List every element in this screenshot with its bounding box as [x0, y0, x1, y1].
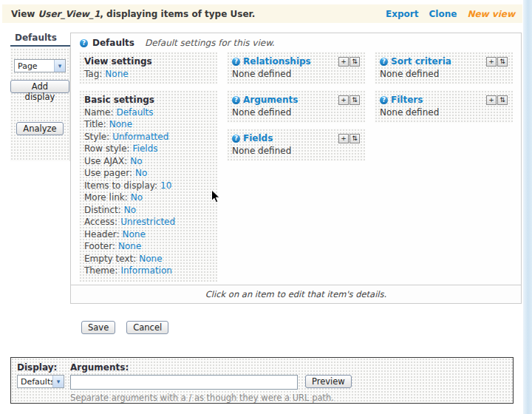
preview-arguments-group: Arguments: Preview Separate arguments wi…: [70, 362, 513, 403]
panel-heading: ? Defaults Default settings for this vie…: [71, 33, 521, 52]
arguments-title-link[interactable]: Arguments: [243, 94, 298, 106]
tab-defaults[interactable]: Defaults: [10, 33, 70, 47]
relationships-empty-text: None defined: [232, 68, 360, 81]
style-value-link[interactable]: Unformatted: [112, 132, 168, 142]
setting-label: Tag:: [84, 69, 102, 79]
relationships-title-link[interactable]: Relationships: [243, 55, 311, 68]
panel-description: Default settings for this view.: [145, 38, 275, 48]
empty-text-value-link[interactable]: None: [139, 254, 162, 264]
setting-row: Distinct:No: [84, 204, 212, 217]
setting-label: Row style:: [84, 143, 130, 154]
save-button[interactable]: Save: [81, 321, 115, 334]
view-name: User_View_1: [38, 9, 100, 19]
rearrange-fields-button[interactable]: ⇅: [349, 134, 360, 143]
clone-link[interactable]: Clone: [429, 9, 457, 19]
theme-value-link[interactable]: Information: [120, 265, 171, 276]
setting-row: Style:Unformatted: [84, 131, 212, 143]
fields-box: ? Fields + ⇅ None defined: [227, 129, 365, 161]
arguments-input[interactable]: [70, 375, 298, 390]
setting-label: Empty text:: [84, 254, 136, 264]
add-sort-button[interactable]: +: [486, 57, 497, 67]
live-preview-box: Display: Defaults ▾ Arguments: Preview S…: [10, 357, 514, 404]
access-value-link[interactable]: Unrestricted: [120, 217, 175, 227]
setting-label: Distinct:: [84, 205, 121, 215]
chevron-down-icon: ▾: [54, 60, 65, 72]
relationships-box: ? Relationships + ⇅ None defined: [227, 52, 365, 84]
arguments-box: ? Arguments + ⇅ None defined: [227, 90, 365, 123]
rearrange-sorts-button[interactable]: ⇅: [497, 57, 508, 67]
panel-footer-note: Click on an item to edit that item's det…: [71, 285, 521, 303]
add-relationship-button[interactable]: +: [338, 57, 349, 67]
preview-display-value: Defaults: [18, 377, 52, 387]
setting-label: Name:: [84, 107, 113, 118]
export-link[interactable]: Export: [386, 9, 418, 19]
preview-button[interactable]: Preview: [305, 375, 352, 388]
settings-columns: View settings Tag:None Basic settings Na…: [71, 52, 521, 288]
use-pager-value-link[interactable]: No: [135, 168, 147, 178]
more-link-value-link[interactable]: No: [131, 192, 143, 203]
help-icon[interactable]: ?: [380, 58, 388, 66]
column-3: ? Sort criteria + ⇅ None defined ? Filte…: [375, 52, 513, 129]
setting-label: Footer:: [84, 241, 115, 251]
setting-row: Header:None: [84, 228, 212, 241]
setting-row: Title:None: [84, 118, 212, 131]
help-icon[interactable]: ?: [380, 96, 388, 104]
add-filter-button[interactable]: +: [486, 95, 497, 105]
display-type-select[interactable]: Page ▾: [14, 59, 66, 72]
add-display-button[interactable]: Add display: [10, 80, 69, 93]
filters-empty-text: None defined: [380, 106, 508, 119]
title-value-link[interactable]: None: [109, 119, 132, 129]
footer-value-link[interactable]: None: [118, 241, 141, 251]
chevron-down-icon: ▾: [52, 376, 64, 387]
view-settings-title: View settings: [84, 55, 212, 68]
setting-label: Use AJAX:: [84, 156, 127, 166]
display-settings-panel: ? Defaults Default settings for this vie…: [70, 33, 522, 304]
sort-criteria-box: ? Sort criteria + ⇅ None defined: [375, 52, 513, 84]
display-sidebar: Page ▾ Add display Analyze: [10, 48, 70, 161]
filters-box: ? Filters + ⇅ None defined: [375, 90, 513, 123]
basic-settings-box: Basic settings Name:Defaults Title:None …: [79, 90, 217, 282]
tag-value-link[interactable]: None: [105, 69, 128, 79]
view-summary-text: View User_View_1, displaying items of ty…: [11, 9, 255, 19]
rearrange-arguments-button[interactable]: ⇅: [349, 95, 360, 105]
analyze-button[interactable]: Analyze: [16, 122, 63, 135]
preview-display-select[interactable]: Defaults ▾: [17, 375, 64, 388]
setting-label: Use pager:: [84, 168, 132, 178]
header-value-link[interactable]: None: [123, 229, 146, 240]
display-label: Display:: [17, 362, 70, 373]
help-icon[interactable]: ?: [232, 96, 240, 104]
use-ajax-value-link[interactable]: No: [130, 156, 142, 166]
rearrange-filters-button[interactable]: ⇅: [497, 95, 508, 105]
setting-row: Row style:Fields: [84, 143, 212, 155]
setting-row: Use AJAX:No: [84, 155, 212, 168]
preview-display-group: Display: Defaults ▾: [17, 362, 70, 403]
fields-empty-text: None defined: [232, 145, 360, 157]
new-view-link[interactable]: New view: [467, 9, 515, 19]
name-value-link[interactable]: Defaults: [116, 107, 153, 118]
view-summary-prefix: View: [11, 9, 38, 19]
setting-row: Footer:None: [84, 240, 212, 253]
distinct-value-link[interactable]: No: [124, 205, 136, 215]
add-argument-button[interactable]: +: [338, 95, 349, 105]
add-field-button[interactable]: +: [338, 134, 349, 143]
help-icon[interactable]: ?: [80, 39, 88, 47]
help-icon[interactable]: ?: [232, 58, 240, 66]
display-type-value: Page: [15, 61, 54, 71]
setting-row: Tag:None: [84, 68, 212, 81]
rearrange-relationships-button[interactable]: ⇅: [349, 57, 360, 67]
setting-row: Empty text:None: [84, 253, 212, 265]
cancel-button[interactable]: Cancel: [126, 321, 168, 334]
items-to-display-value-link[interactable]: 10: [160, 180, 171, 191]
sort-criteria-title-link[interactable]: Sort criteria: [391, 55, 451, 68]
form-actions: Save Cancel: [81, 321, 168, 334]
help-icon[interactable]: ?: [232, 135, 240, 143]
row-style-value-link[interactable]: Fields: [133, 143, 158, 154]
view-summary-bar: View User_View_1, displaying items of ty…: [2, 4, 522, 23]
setting-row: Items to display:10: [84, 180, 212, 192]
fields-title-link[interactable]: Fields: [243, 132, 273, 145]
filters-title-link[interactable]: Filters: [391, 94, 423, 106]
arguments-empty-text: None defined: [232, 106, 360, 119]
setting-label: Header:: [84, 229, 120, 240]
arguments-label: Arguments:: [70, 362, 513, 373]
setting-label: Title:: [84, 119, 106, 129]
